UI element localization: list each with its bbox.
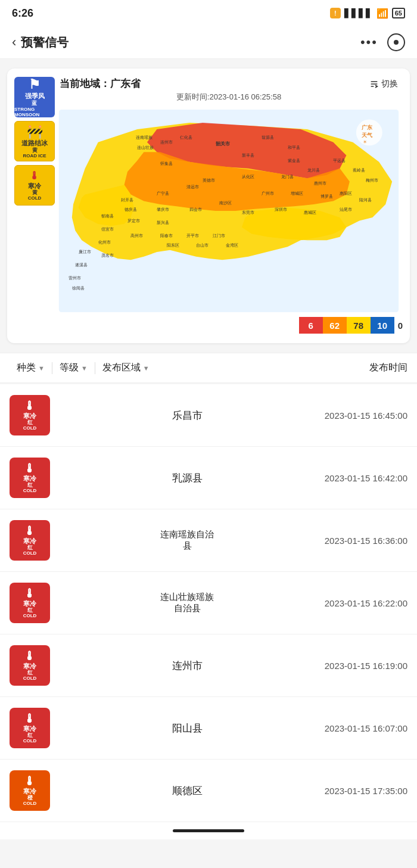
status-time: 6:26 xyxy=(12,7,33,20)
target-icon xyxy=(394,40,399,45)
svg-text:肇庆市: 肇庆市 xyxy=(157,207,169,211)
svg-text:南沙区: 南沙区 xyxy=(219,201,232,206)
table-row[interactable]: 🌡 寒冷 红 COLD 阳山县 2023-01-15 16:07:00 xyxy=(0,697,417,760)
wind-icon: ⚑ xyxy=(29,77,41,92)
warning-area: 连南瑶族自治县 xyxy=(60,529,315,552)
svg-text:台山市: 台山市 xyxy=(196,243,208,247)
bottom-bar xyxy=(0,822,417,839)
svg-text:金湾区: 金湾区 xyxy=(226,243,238,247)
home-indicator xyxy=(173,829,244,832)
svg-text:翁源县: 翁源县 xyxy=(262,135,274,140)
legend-counts: 6 62 78 10 0 xyxy=(55,317,403,334)
signal-icon: ▋▋▋▋ xyxy=(344,8,373,18)
count-orange: 62 xyxy=(323,317,347,334)
count-yellow: 78 xyxy=(347,317,371,334)
chevron-down-icon: ▼ xyxy=(81,365,88,372)
more-button[interactable]: ••• xyxy=(360,35,378,50)
update-time: 更新时间:2023-01-16 06:25:58 xyxy=(55,91,403,105)
svg-text:遂溪县: 遂溪县 xyxy=(75,263,88,267)
svg-text:新兴县: 新兴县 xyxy=(157,220,169,225)
warning-area: 乐昌市 xyxy=(60,409,315,422)
svg-text:从化区: 从化区 xyxy=(242,175,254,179)
warning-time: 2023-01-15 16:07:00 xyxy=(325,723,407,733)
road-label: 道路结冰 xyxy=(21,139,48,147)
filter-area[interactable]: 发布区域 ▼ xyxy=(95,362,157,374)
road-icon: 🚧 xyxy=(27,124,43,139)
warning-area: 连山壮族瑶族自治县 xyxy=(60,592,315,614)
svg-text:梅州市: 梅州市 xyxy=(365,178,378,182)
target-button[interactable] xyxy=(387,33,405,51)
region-title: 当前地域：广东省 xyxy=(60,77,141,91)
page-title: 预警信号 xyxy=(21,35,69,51)
svg-text:新丰县: 新丰县 xyxy=(242,153,254,157)
svg-text:惠城区: 惠城区 xyxy=(303,210,316,214)
svg-text:江门市: 江门市 xyxy=(213,234,225,238)
warning-time: 2023-01-15 16:45:00 xyxy=(325,410,407,421)
filter-level[interactable]: 等级 ▼ xyxy=(52,362,95,374)
svg-text:惠阳区: 惠阳区 xyxy=(339,191,352,195)
svg-text:博罗县: 博罗县 xyxy=(320,194,333,198)
svg-text:封开县: 封开县 xyxy=(121,198,133,202)
svg-text:怀集县: 怀集县 xyxy=(160,161,173,166)
svg-text:连南瑶族: 连南瑶族 xyxy=(136,135,153,140)
count-blue: 10 xyxy=(371,317,394,334)
switch-button[interactable]: 切换 xyxy=(369,79,398,89)
notification-icon: ! xyxy=(330,8,341,18)
chevron-down-icon: ▼ xyxy=(143,365,150,372)
svg-text:平远县: 平远县 xyxy=(333,158,346,163)
svg-text:连州市: 连州市 xyxy=(160,140,173,144)
svg-text:龙川县: 龙川县 xyxy=(307,168,320,172)
battery-icon: 65 xyxy=(392,8,405,18)
wind-label: 强季风 xyxy=(25,92,45,100)
wind-legend: ⚑ 强季风 蓝 STRONG MONSOON xyxy=(14,77,55,117)
svg-text:陆河县: 陆河县 xyxy=(359,198,372,202)
warning-time: 2023-01-15 17:35:00 xyxy=(325,786,407,796)
map-center: 当前地域：广东省 切换 更新时间:2023-01-16 06:25:58 xyxy=(55,77,403,334)
table-row[interactable]: 🌡 寒冷 红 COLD 乳源县 2023-01-15 16:42:00 xyxy=(0,447,417,509)
table-row[interactable]: 🌡 寒冷 红 COLD 乐昌市 2023-01-15 16:45:00 xyxy=(0,384,417,447)
svg-text:德庆县: 德庆县 xyxy=(125,207,137,211)
table-row[interactable]: 🌡 寒冷 红 COLD 连南瑶族自治县 2023-01-15 16:36:00 xyxy=(0,509,417,572)
count-red: 6 xyxy=(299,317,323,334)
svg-text:化州市: 化州市 xyxy=(98,240,111,244)
svg-text:汕尾市: 汕尾市 xyxy=(340,207,352,212)
nav-left: ‹ 预警信号 xyxy=(12,35,69,51)
svg-text:清远市: 清远市 xyxy=(186,185,199,189)
road-level: 黄 xyxy=(32,148,38,153)
svg-text:韶关市: 韶关市 xyxy=(216,141,230,147)
table-row[interactable]: 🌡 寒冷 橙 COLD 顺德区 2023-01-15 17:35:00 xyxy=(0,760,417,822)
svg-text:英德市: 英德市 xyxy=(203,178,215,182)
svg-text:紫金县: 紫金县 xyxy=(288,158,300,163)
svg-text:廉江市: 廉江市 xyxy=(79,250,91,254)
filter-row: 种类 ▼ 等级 ▼ 发布区域 ▼ 发布时间 xyxy=(0,353,417,383)
nav-right: ••• xyxy=(360,33,405,51)
filter-time-label: 发布时间 xyxy=(157,362,407,374)
svg-text:徐闻县: 徐闻县 xyxy=(72,286,85,290)
warning-area: 顺德区 xyxy=(60,784,315,798)
svg-text:天气: 天气 xyxy=(361,132,372,138)
warning-icon: 🌡 寒冷 红 COLD xyxy=(10,583,50,623)
svg-text:增城区: 增城区 xyxy=(290,191,303,195)
table-row[interactable]: 🌡 寒冷 红 COLD 连州市 2023-01-15 16:19:00 xyxy=(0,634,417,697)
warning-icon: 🌡 寒冷 红 COLD xyxy=(10,645,50,686)
warning-time: 2023-01-15 16:36:00 xyxy=(325,536,407,546)
chevron-down-icon: ▼ xyxy=(38,365,45,372)
wifi-icon: 📶 xyxy=(376,8,388,19)
svg-text:郁南县: 郁南县 xyxy=(101,214,114,218)
map-section: ⚑ 强季风 蓝 STRONG MONSOON 🚧 道路结冰 黄 ROAD ICE… xyxy=(7,69,410,343)
road-legend: 🚧 道路结冰 黄 ROAD ICE xyxy=(14,121,55,161)
back-button[interactable]: ‹ xyxy=(12,35,16,50)
table-row[interactable]: 🌡 寒冷 红 COLD 连山壮族瑶族自治县 2023-01-15 16:22:0… xyxy=(0,572,417,634)
cold-legend: 🌡 寒冷 黄 COLD xyxy=(14,165,55,206)
svg-text:茂名市: 茂名市 xyxy=(101,253,114,257)
svg-text:东莞市: 东莞市 xyxy=(242,210,254,214)
warning-area: 乳源县 xyxy=(60,471,315,485)
warning-icon: 🌡 寒冷 红 COLD xyxy=(10,708,50,748)
cold-icon: 🌡 xyxy=(29,170,40,182)
svg-text:☀: ☀ xyxy=(363,139,367,145)
map-legends: ⚑ 强季风 蓝 STRONG MONSOON 🚧 道路结冰 黄 ROAD ICE… xyxy=(14,77,55,206)
status-bar: 6:26 ! ▋▋▋▋ 📶 65 xyxy=(0,0,417,26)
filter-type[interactable]: 种类 ▼ xyxy=(10,362,52,374)
warning-icon: 🌡 寒冷 橙 COLD xyxy=(10,770,50,811)
svg-text:阳东区: 阳东区 xyxy=(167,243,179,247)
